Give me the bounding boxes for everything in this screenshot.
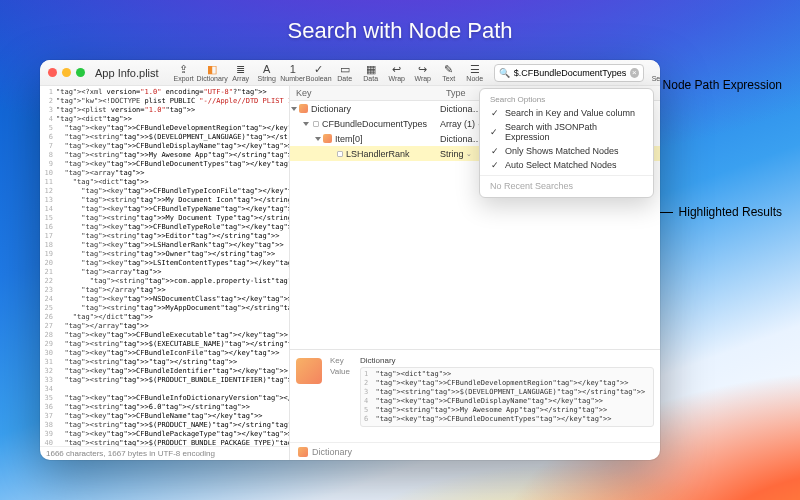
node-button[interactable]: ☰Node <box>462 62 488 84</box>
app-window: App Info.plist ⇪Export◧Dictionary≣ArrayA… <box>40 60 660 460</box>
export-icon: ⇪ <box>179 64 188 75</box>
check-icon: ✓ <box>490 127 499 137</box>
date-icon: ▭ <box>340 64 350 75</box>
disclosure-icon[interactable] <box>303 122 309 126</box>
array-button[interactable]: ≣Array <box>228 62 254 84</box>
array-icon: ≣ <box>236 64 245 75</box>
data-button[interactable]: ▦Data <box>358 62 384 84</box>
page-headline: Search with Node Path <box>0 18 800 44</box>
search-input[interactable] <box>514 68 626 78</box>
boolean-icon: ✓ <box>314 64 323 75</box>
detail-pane: Key Dictionary Value 1 "tag"><dict"tag">… <box>290 350 660 460</box>
search-options-popover: Search Options ✓Search in Key and Value … <box>479 88 654 198</box>
node-icon: ☰ <box>470 64 480 75</box>
row-key: CFBundleDocumentTypes <box>322 119 427 129</box>
detail-footer: Dictionary <box>312 447 352 457</box>
no-recent-searches: No Recent Searches <box>480 179 653 193</box>
row-key: LSHandlerRank <box>346 149 410 159</box>
search-field[interactable]: 🔍 × <box>494 64 644 82</box>
leaf-icon <box>337 151 343 157</box>
number-icon: 1 <box>290 64 296 75</box>
titlebar: App Info.plist ⇪Export◧Dictionary≣ArrayA… <box>40 60 660 86</box>
export-button[interactable]: ⇪Export <box>171 62 197 84</box>
text-button[interactable]: ✎Text <box>436 62 462 84</box>
search-option[interactable]: ✓Search with JSONPath Expression <box>480 120 653 144</box>
detail-value[interactable]: 1 "tag"><dict"tag">>2 "tag"><key"tag">>C… <box>360 367 654 427</box>
search-icon: 🔍 <box>499 68 510 78</box>
disclosure-icon[interactable] <box>291 107 297 111</box>
search-option[interactable]: ✓Only Shows Matched Nodes <box>480 144 653 158</box>
dictionary-button[interactable]: ◧Dictionary <box>197 62 228 84</box>
popover-header: Search Options <box>480 93 653 106</box>
number-button[interactable]: 1Number <box>280 62 306 84</box>
outline-pane: Key Type Value DictionaryDictiona… ⌄CFBu… <box>290 86 660 350</box>
row-key: Dictionary <box>311 104 351 114</box>
xml-source[interactable]: 1"tag"><?xml version="1.0" encoding="UTF… <box>40 86 289 446</box>
date-button[interactable]: ▭Date <box>332 62 358 84</box>
clear-icon[interactable]: × <box>630 68 639 78</box>
check-icon: ✓ <box>490 146 499 156</box>
status-bar: 1666 characters, 1667 bytes in UTF-8 enc… <box>40 446 289 460</box>
dictionary-icon: ◧ <box>207 64 217 75</box>
string-button[interactable]: AString <box>254 62 280 84</box>
source-pane: 1"tag"><?xml version="1.0" encoding="UTF… <box>40 86 290 460</box>
wrap2-icon: ↪ <box>418 64 427 75</box>
dict-icon <box>323 134 332 143</box>
search-option[interactable]: ✓Search in Key and Value column <box>480 106 653 120</box>
check-icon: ✓ <box>490 108 499 118</box>
search-label: . Search <box>650 62 660 84</box>
dict-icon <box>299 104 308 113</box>
disclosure-icon[interactable] <box>315 137 321 141</box>
detail-key: Dictionary <box>360 356 396 365</box>
leaf-icon <box>313 121 319 127</box>
type-popup[interactable]: Array (1) ⌄ <box>440 119 483 129</box>
window-title: App Info.plist <box>95 67 159 79</box>
search-option[interactable]: ✓Auto Select Matched Nodes <box>480 158 653 172</box>
wrap-button[interactable]: ↩Wrap <box>384 62 410 84</box>
type-popup[interactable]: String ⌄ <box>440 149 472 159</box>
data-icon: ▦ <box>366 64 376 75</box>
boolean-button[interactable]: ✓Boolean <box>306 62 332 84</box>
check-icon: ✓ <box>490 160 499 170</box>
zoom-icon[interactable] <box>76 68 85 77</box>
dictionary-icon <box>296 358 322 384</box>
text-icon: ✎ <box>444 64 453 75</box>
minimize-icon[interactable] <box>62 68 71 77</box>
wrap-icon: ↩ <box>392 64 401 75</box>
row-key: Item[0] <box>335 134 363 144</box>
string-icon: A <box>263 64 270 75</box>
close-icon[interactable] <box>48 68 57 77</box>
dictionary-icon <box>298 447 308 457</box>
wrap2-button[interactable]: ↪Wrap <box>410 62 436 84</box>
